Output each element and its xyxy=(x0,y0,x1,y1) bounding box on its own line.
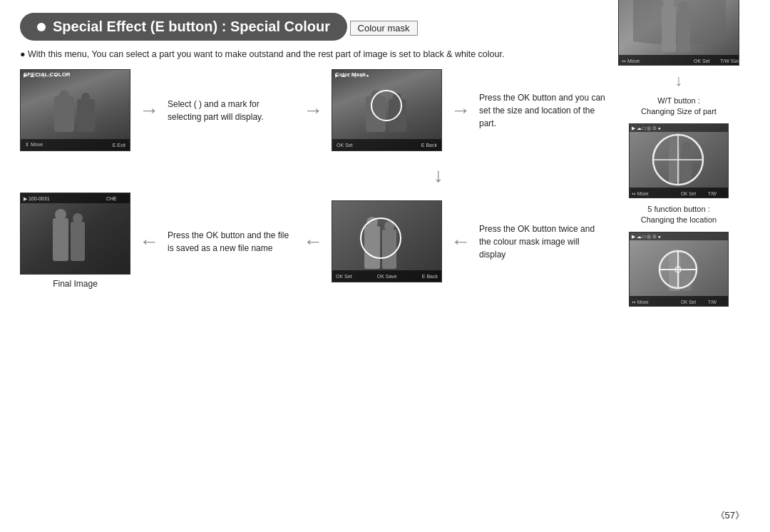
svg-text:OK Set: OK Set xyxy=(681,300,696,305)
fn-svg: ▶ ☁ □ ◎ ⊙ ● ⇔ Move OK Set T/W xyxy=(630,232,729,307)
svg-point-39 xyxy=(682,142,691,150)
svg-rect-19 xyxy=(364,226,380,269)
svg-rect-12 xyxy=(71,222,85,261)
fn-screen: ▶ ☁ □ ◎ ⊙ ● ⇔ Move OK Set T/W xyxy=(629,232,729,307)
svg-point-3 xyxy=(81,93,90,101)
arrow-left-1: ← xyxy=(139,230,159,253)
svg-rect-25 xyxy=(662,6,676,52)
svg-point-11 xyxy=(55,209,66,220)
svg-text:T/W: T/W xyxy=(708,300,717,305)
svg-rect-21 xyxy=(382,230,396,269)
svg-point-1 xyxy=(59,90,69,100)
left-flow: ▶☁□◎⊙● SPECIAL COLOR ⇕ MoveE Exit xyxy=(20,69,607,307)
arrow-left-2: ← xyxy=(303,230,323,253)
step2-screen: ▶☁□◎⊙● Color Mask OK SetE Back xyxy=(332,69,442,151)
svg-text:⇔ Move: ⇔ Move xyxy=(632,191,649,196)
top-row: ▶☁□◎⊙● SPECIAL COLOR ⇕ MoveE Exit xyxy=(20,69,607,151)
svg-text:▶ ☁ □ ◎ ⊙ ●: ▶ ☁ □ ◎ ⊙ ● xyxy=(632,126,661,131)
arrow-left-3: ← xyxy=(451,230,471,253)
svg-point-13 xyxy=(73,213,83,223)
arrow-down-1: ↓ xyxy=(433,164,443,187)
wt-svg: ▶ ☁ □ ◎ ⊙ ● ⇔ Move OK Set T/W xyxy=(630,124,729,198)
step2-screen-inner: ▶☁□◎⊙● Color Mask OK SetE Back xyxy=(332,70,441,150)
final-image-label: Final Image xyxy=(53,277,98,290)
svg-rect-27 xyxy=(677,10,690,52)
page-number: 《57》 xyxy=(716,509,744,522)
svg-text:⇔ Move: ⇔ Move xyxy=(622,58,640,63)
step4-screen: OK SetOK SaveE Back xyxy=(332,200,442,282)
wt-label: W/T button : Changing Size of part xyxy=(641,96,717,118)
step4-screen-inner: OK SetOK SaveE Back xyxy=(332,201,441,282)
svg-text:▶ ☁ □ ◎ ⊙ ●: ▶ ☁ □ ◎ ⊙ ● xyxy=(632,234,661,239)
svg-text:⇔ Move: ⇔ Move xyxy=(632,300,649,305)
main-content: ▶☁□◎⊙● SPECIAL COLOR ⇕ MoveE Exit xyxy=(20,69,750,307)
arrow-right-3: → xyxy=(451,99,471,122)
page-container: Special Effect (E button) : Special Colo… xyxy=(0,0,770,532)
svg-text:T/W: T/W xyxy=(708,191,717,196)
svg-point-28 xyxy=(679,1,689,11)
svg-text:▶ 100-0031: ▶ 100-0031 xyxy=(24,196,50,201)
step2-circle xyxy=(371,90,402,121)
colour-mask-badge: Colour mask xyxy=(350,21,418,36)
step2-label: Color Mask xyxy=(335,71,366,78)
step5-caption: Press the OK button and the file is save… xyxy=(168,229,294,255)
step3-right-container: ▶ ☁ □ ◎ ⊙ ● ⇔ Move OK Set T/W Size xyxy=(618,0,739,66)
step2-bottom-bar: OK SetE Back xyxy=(332,139,441,150)
step3-screen: ▶ ☁ □ ◎ ⊙ ● ⇔ Move OK Set T/W Size xyxy=(618,0,739,66)
step5-container: ▶ 100-0031 CHE Final Image xyxy=(20,193,130,290)
arrow-right-2: → xyxy=(303,99,323,122)
svg-text:CHE: CHE xyxy=(106,196,117,201)
page-title: Special Effect (E button) : Special Colo… xyxy=(53,19,330,35)
svg-rect-10 xyxy=(53,218,68,261)
bottom-row: ▶ 100-0031 CHE Final Image ← Press the O… xyxy=(20,193,607,290)
svg-text:OK Set: OK Set xyxy=(681,191,696,196)
step1-label: SPECIAL COLOR xyxy=(24,71,71,78)
step5-screen: ▶ 100-0031 CHE xyxy=(20,193,130,275)
svg-text:OK Set: OK Set xyxy=(694,58,710,63)
arrow-down-right: ↓ xyxy=(675,71,683,90)
step1-screen: ▶☁□◎⊙● SPECIAL COLOR ⇕ MoveE Exit xyxy=(20,69,130,151)
step4-bottom-bar: OK SetOK SaveE Back xyxy=(332,270,441,282)
arrow-down-connector: ↓ xyxy=(433,164,607,187)
couple-svg-1 xyxy=(51,89,101,139)
step4-caption: Press the OK button twice and the colour… xyxy=(479,222,607,261)
title-dot xyxy=(37,23,46,31)
step1-caption: Select ( ) and a mark for selecting part… xyxy=(168,98,294,123)
wt-screen: ▶ ☁ □ ◎ ⊙ ● ⇔ Move OK Set T/W xyxy=(629,123,729,198)
title-bar: Special Effect (E button) : Special Colo… xyxy=(20,13,347,41)
step1-screen-inner: ▶☁□◎⊙● SPECIAL COLOR ⇕ MoveE Exit xyxy=(21,70,130,150)
svg-text:T/W Size: T/W Size xyxy=(720,58,739,63)
svg-rect-38 xyxy=(682,149,692,183)
right-column: ▶ ☁ □ ◎ ⊙ ● ⇔ Move OK Set T/W Size ↓ W/T… xyxy=(607,69,750,307)
svg-rect-0 xyxy=(54,96,74,132)
step5-svg: ▶ 100-0031 CHE xyxy=(21,193,130,275)
arrow-right-1: → xyxy=(139,99,159,122)
step2-caption: Press the OK button and you can set the … xyxy=(479,91,607,130)
svg-rect-2 xyxy=(77,99,95,132)
step3-svg: ▶ ☁ □ ◎ ⊙ ● ⇔ Move OK Set T/W Size xyxy=(619,0,739,66)
step1-bottom-bar: ⇕ MoveE Exit xyxy=(21,139,130,150)
fn-label: 5 function button : Changing the locatio… xyxy=(641,204,717,226)
